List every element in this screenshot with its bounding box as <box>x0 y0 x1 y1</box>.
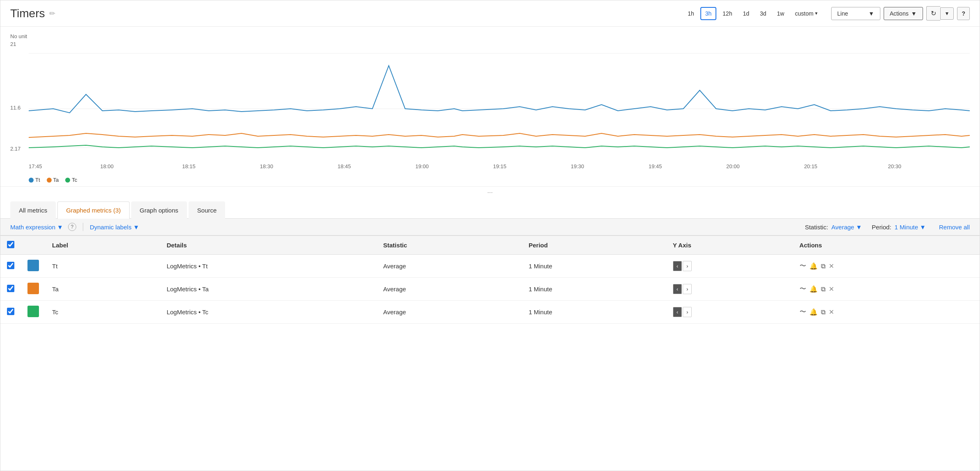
row-tt-color-swatch[interactable] <box>27 260 39 271</box>
legend-item-tc: Tc <box>65 177 77 183</box>
row-tc-color-cell <box>21 301 46 324</box>
row-tt-y-axis: ‹ › <box>666 255 793 278</box>
row-tc-y-left-btn[interactable]: ‹ <box>673 307 682 317</box>
header-left: Timers ✏ <box>10 7 55 20</box>
math-expression-button[interactable]: Math expression ▼ <box>10 224 63 231</box>
row-ta-alarm-icon[interactable]: 🔔 <box>809 285 818 293</box>
row-ta-copy-icon[interactable]: ⧉ <box>821 286 825 293</box>
row-ta-checkbox[interactable] <box>7 285 14 292</box>
svg-text:19:30: 19:30 <box>571 163 584 169</box>
row-ta-y-left-btn[interactable]: ‹ <box>673 284 682 294</box>
statistic-dropdown[interactable]: Average ▼ <box>832 224 862 231</box>
row-ta-color-cell <box>21 278 46 301</box>
row-tc-checkbox[interactable] <box>7 308 14 315</box>
svg-text:17:45: 17:45 <box>29 163 42 169</box>
graph-type-chevron: ▼ <box>868 10 874 17</box>
row-tc-remove-icon[interactable]: ✕ <box>829 308 834 316</box>
y-max-label: 21 <box>10 41 29 47</box>
legend-dot-tc <box>65 178 70 183</box>
table-row: Tt LogMetrics • Tt Average 1 Minute ‹ › … <box>0 255 980 278</box>
period-chevron: ▼ <box>920 224 926 231</box>
row-ta-y-right-btn[interactable]: › <box>683 284 692 294</box>
row-tc-color-swatch[interactable] <box>27 306 39 317</box>
tab-all-metrics[interactable]: All metrics <box>10 201 56 219</box>
graph-type-label: Line <box>837 10 848 17</box>
row-tc-details: LogMetrics • Tc <box>160 301 376 324</box>
row-tt-alarm-icon[interactable]: 🔔 <box>809 262 818 270</box>
actions-chevron: ▼ <box>911 10 917 17</box>
row-ta-color-swatch[interactable] <box>27 283 39 294</box>
page-title: Timers <box>10 7 45 20</box>
time-1d[interactable]: 1d <box>738 7 754 20</box>
row-tc-actions-cell: 〜 🔔 ⧉ ✕ <box>793 301 980 324</box>
tab-graphed-metrics[interactable]: Graphed metrics (3) <box>57 201 129 219</box>
metrics-table: Label Details Statistic Period Y Axis Ac… <box>0 236 980 324</box>
time-3h[interactable]: 3h <box>700 7 717 20</box>
table-row: Ta LogMetrics • Ta Average 1 Minute ‹ › … <box>0 278 980 301</box>
svg-text:20:00: 20:00 <box>726 163 739 169</box>
dynamic-labels-button[interactable]: Dynamic labels ▼ <box>90 224 139 231</box>
select-all-checkbox[interactable] <box>7 241 14 248</box>
row-tt-copy-icon[interactable]: ⧉ <box>821 263 825 270</box>
toolbar-right: Statistic: Average ▼ Period: 1 Minute ▼ … <box>805 224 970 231</box>
time-12h[interactable]: 12h <box>718 7 736 20</box>
remove-all-button[interactable]: Remove all <box>939 224 970 231</box>
chart-divider: --- <box>0 186 980 198</box>
th-details: Details <box>160 236 376 255</box>
y-axis-label: No unit <box>10 33 970 39</box>
row-ta-statistic: Average <box>377 278 522 301</box>
svg-text:20:15: 20:15 <box>804 163 817 169</box>
svg-text:19:00: 19:00 <box>415 163 428 169</box>
th-checkbox <box>0 236 21 255</box>
actions-button[interactable]: Actions ▼ <box>884 7 923 20</box>
refresh-group: ↻ ▼ <box>926 6 954 21</box>
y-mid-label: 11.6 <box>10 105 21 111</box>
row-ta-remove-icon[interactable]: ✕ <box>829 285 834 293</box>
svg-text:19:45: 19:45 <box>649 163 662 169</box>
time-1h[interactable]: 1h <box>683 7 699 20</box>
svg-text:18:15: 18:15 <box>182 163 195 169</box>
row-tc-metric-icon[interactable]: 〜 <box>800 308 806 316</box>
tab-graph-options[interactable]: Graph options <box>131 201 187 219</box>
row-tt-checkbox[interactable] <box>7 262 14 269</box>
row-tc-actions: 〜 🔔 ⧉ ✕ <box>800 308 973 316</box>
tabs-container: All metrics Graphed metrics (3) Graph op… <box>0 201 980 219</box>
row-tt-details: LogMetrics • Tt <box>160 255 376 278</box>
row-tc-alarm-icon[interactable]: 🔔 <box>809 308 818 316</box>
period-dropdown[interactable]: 1 Minute ▼ <box>895 224 926 231</box>
y-low-label: 2.17 <box>10 146 21 152</box>
edit-icon[interactable]: ✏ <box>49 9 55 18</box>
actions-label: Actions <box>890 10 909 17</box>
refresh-dropdown-button[interactable]: ▼ <box>940 7 954 20</box>
row-tc-period: 1 Minute <box>522 301 666 324</box>
row-tc-y-axis: ‹ › <box>666 301 793 324</box>
th-actions: Actions <box>793 236 980 255</box>
tab-source[interactable]: Source <box>189 201 226 219</box>
row-tc-y-right-btn[interactable]: › <box>683 307 692 317</box>
chart-legend: Tt Ta Tc <box>29 177 970 183</box>
refresh-button[interactable]: ↻ <box>926 6 940 21</box>
row-tc-statistic: Average <box>377 301 522 324</box>
row-tt-label: Tt <box>46 255 160 278</box>
table-row: Tc LogMetrics • Tc Average 1 Minute ‹ › … <box>0 301 980 324</box>
help-button[interactable]: ? <box>957 7 970 20</box>
row-tt-y-left-btn[interactable]: ‹ <box>673 261 682 271</box>
row-ta-metric-icon[interactable]: 〜 <box>800 285 806 293</box>
period-label: Period: <box>872 224 891 231</box>
row-tt-remove-icon[interactable]: ✕ <box>829 262 834 270</box>
time-1w[interactable]: 1w <box>773 7 789 20</box>
legend-dot-ta <box>47 178 52 183</box>
row-tt-actions: 〜 🔔 ⧉ ✕ <box>800 262 973 270</box>
row-tc-copy-icon[interactable]: ⧉ <box>821 309 825 316</box>
table-header-row: Label Details Statistic Period Y Axis Ac… <box>0 236 980 255</box>
math-help-button[interactable]: ? <box>68 223 76 231</box>
time-custom[interactable]: custom ▼ <box>791 7 823 20</box>
row-tt-y-right-btn[interactable]: › <box>683 261 692 271</box>
svg-text:18:30: 18:30 <box>260 163 273 169</box>
math-chevron: ▼ <box>57 224 63 231</box>
row-tt-metric-icon[interactable]: 〜 <box>800 262 806 270</box>
graph-type-dropdown[interactable]: Line ▼ <box>831 7 880 20</box>
row-tt-period: 1 Minute <box>522 255 666 278</box>
dynamic-labels-chevron: ▼ <box>133 224 139 231</box>
time-3d[interactable]: 3d <box>755 7 771 20</box>
